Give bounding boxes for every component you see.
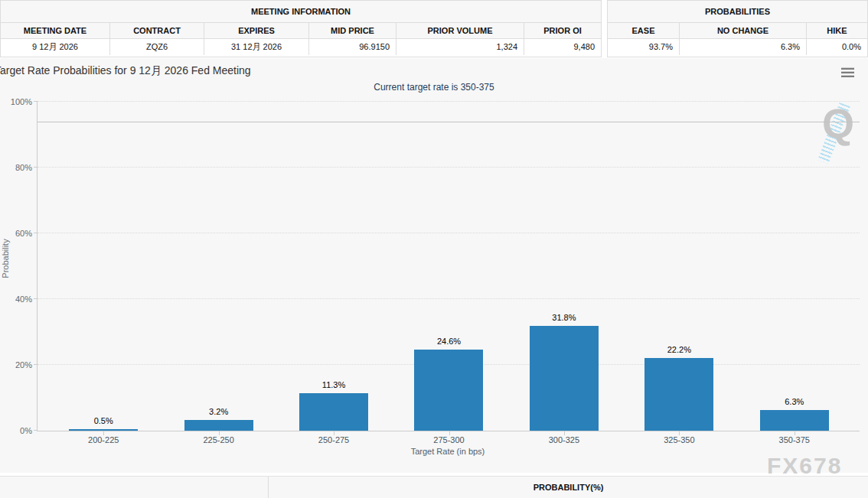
meeting-information-value-row: 9 12月 2026ZQZ631 12月 202696.91501,3249,4… — [1, 39, 601, 55]
x-axis-label: 200-225 — [46, 435, 161, 444]
column-header: EXPIRES — [204, 23, 309, 39]
x-axis-label: 325-350 — [622, 435, 736, 444]
y-axis-tick — [34, 167, 38, 168]
bar-data-label: 3.2% — [161, 407, 276, 416]
cell-value: 93.7% — [608, 39, 680, 55]
probabilities-table: PROBABILITIES EASENO CHANGEHIKE 93.7%6.3… — [607, 0, 868, 57]
bar-data-label: 11.3% — [276, 380, 391, 389]
plot-area: 0%20%40%60%80%100%0.5%200-2253.2%225-250… — [37, 102, 860, 431]
x-axis-tick — [449, 431, 450, 435]
x-axis-label: 350-375 — [737, 435, 852, 444]
y-axis-tick — [34, 364, 38, 365]
probabilities-header-row: EASENO CHANGEHIKE — [608, 23, 867, 39]
footer-empty-cell — [0, 477, 269, 498]
bar-slots: 0.5%200-2253.2%225-25011.3%250-27524.6%2… — [46, 102, 852, 431]
cell-value: 1,324 — [396, 39, 524, 55]
bar-data-label: 24.6% — [391, 337, 506, 346]
x-axis-label: 225-250 — [161, 435, 276, 444]
bar-data-label: 22.2% — [622, 345, 736, 354]
y-axis-tick — [34, 298, 38, 299]
x-axis-label: 275-300 — [391, 435, 506, 444]
footer-table: PROBABILITY(%) — [0, 476, 868, 498]
probability-bar[interactable] — [69, 429, 138, 431]
top-tables: MEETING INFORMATION MEETING DATECONTRACT… — [0, 0, 868, 57]
y-axis-label: 60% — [2, 229, 32, 238]
probability-bar[interactable] — [644, 358, 713, 431]
x-axis-tick — [679, 431, 680, 435]
column-header: PRIOR VOLUME — [396, 23, 524, 39]
probabilities-title: PROBABILITIES — [608, 1, 867, 23]
probability-bar[interactable] — [530, 326, 599, 431]
bar-data-label: 6.3% — [737, 397, 852, 406]
bar-data-label: 31.8% — [507, 313, 622, 322]
category-slot: 24.6%275-300 — [391, 102, 506, 431]
column-header: EASE — [608, 23, 680, 39]
x-axis-label: 300-325 — [507, 435, 622, 444]
fx678-watermark: FX678 — [767, 453, 842, 479]
cell-value: 9,480 — [524, 39, 601, 55]
meeting-information-table: MEETING INFORMATION MEETING DATECONTRACT… — [0, 0, 602, 57]
probability-bar[interactable] — [760, 410, 829, 431]
probability-bar[interactable] — [184, 420, 253, 431]
x-axis-tick — [334, 431, 334, 435]
bar-data-label: 0.5% — [46, 416, 161, 425]
x-axis-tick — [103, 431, 104, 435]
column-header: HIKE — [807, 23, 867, 39]
probability-bar[interactable] — [414, 350, 483, 431]
y-axis-label: 40% — [2, 295, 32, 304]
x-axis-title: Target Rate (in bps) — [37, 447, 859, 456]
chart-title: Target Rate Probabilities for 9 12月 2026… — [0, 64, 251, 78]
category-slot: 11.3%250-275 — [276, 102, 391, 431]
cell-value: 9 12月 2026 — [1, 39, 110, 55]
y-axis-label: 20% — [2, 360, 32, 369]
cell-value: ZQZ6 — [110, 39, 204, 55]
meeting-information-title: MEETING INFORMATION — [1, 1, 601, 23]
y-axis-label: 80% — [2, 163, 32, 172]
target-rate-chart: Target Rate Probabilities for 9 12月 2026… — [0, 58, 868, 473]
category-slot: 31.8%300-325 — [507, 102, 622, 431]
cell-value: 31 12月 2026 — [204, 39, 309, 55]
column-header: MEETING DATE — [1, 23, 110, 39]
chart-context-menu-icon[interactable] — [841, 67, 854, 77]
y-axis-tick — [34, 430, 38, 431]
column-header: CONTRACT — [110, 23, 204, 39]
footer-probability-header: PROBABILITY(%) — [269, 477, 868, 498]
column-header: NO CHANGE — [680, 23, 807, 39]
probabilities-value-row: 93.7%6.3%0.0% — [608, 39, 867, 55]
x-axis-label: 250-275 — [276, 435, 391, 444]
category-slot: 0.5%200-225 — [46, 102, 161, 431]
cell-value: 96.9150 — [309, 39, 396, 55]
category-slot: 3.2%225-250 — [161, 102, 276, 431]
y-axis-tick — [34, 233, 38, 233]
category-slot: 6.3%350-375 — [737, 102, 852, 431]
chart-subtitle: Current target rate is 350-375 — [0, 82, 868, 93]
meeting-information-header-row: MEETING DATECONTRACTEXPIRESMID PRICEPRIO… — [1, 23, 601, 39]
x-axis-tick — [564, 431, 565, 435]
column-header: MID PRICE — [309, 23, 396, 39]
y-axis-title: Probability — [1, 182, 10, 335]
x-axis-tick — [219, 431, 220, 435]
cell-value: 0.0% — [807, 39, 867, 55]
category-slot: 22.2%325-350 — [622, 102, 736, 431]
x-axis-tick — [795, 431, 795, 435]
probability-bar[interactable] — [299, 393, 368, 431]
cell-value: 6.3% — [680, 39, 807, 55]
column-header: PRIOR OI — [524, 23, 601, 39]
y-axis-tick — [34, 101, 38, 102]
y-axis-label: 0% — [2, 426, 32, 435]
y-axis-label: 100% — [2, 97, 32, 106]
